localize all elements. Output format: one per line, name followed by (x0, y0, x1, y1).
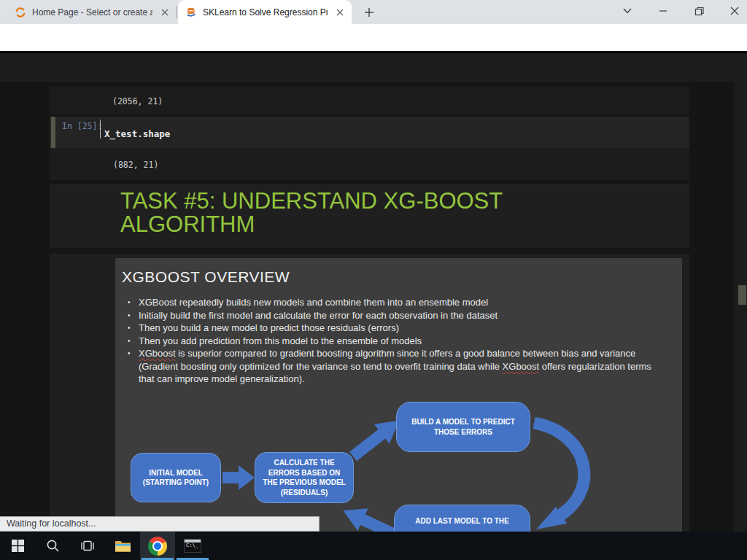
notebook-scrollbar-track[interactable] (734, 82, 747, 532)
node-calculate-errors: CALCULATE THE ERRORS BASED ON THE PREVIO… (255, 452, 354, 503)
chrome-toolbar: localhost:8888/notebooks/SKLearn%20to%20… (0, 24, 747, 51)
spinner-icon (15, 7, 26, 18)
tab-title: SKLearn to Solve Regression Prob (203, 7, 328, 18)
cell-output-text: (882, 21) (113, 160, 158, 170)
node-initial-model: INITIAL MODEL (STARTING POINT) (131, 453, 221, 502)
image-output-cell[interactable]: XGBOOST OVERVIEW XGBoost repeatedly buil… (50, 254, 689, 532)
tab-separator (177, 6, 177, 18)
restore-button[interactable] (684, 0, 713, 22)
cell-output-text: (2056, 21) (112, 96, 163, 106)
browser-tab-bar: Home Page - Select or create a n SKLearn… (0, 0, 747, 24)
tab-sklearn-notebook[interactable]: SKLearn to Solve Regression Prob (178, 0, 352, 24)
windows-taskbar: C:\_ (0, 532, 747, 560)
tab-search-icon[interactable] (613, 0, 642, 22)
xgboost-slide: XGBOOST OVERVIEW XGBoost repeatedly buil… (115, 258, 682, 532)
code-text[interactable]: X_test.shape (104, 128, 170, 139)
jupyter-icon (185, 7, 197, 18)
notebook-body: (2056, 21) In [25]: X_test.shape (882, 2… (0, 82, 747, 532)
node-add-model: ADD LAST MODEL TO THE (394, 505, 530, 532)
screen: Home Page - Select or create a n SKLearn… (0, 0, 747, 560)
close-tab-icon[interactable] (333, 6, 346, 18)
tab-home-page[interactable]: Home Page - Select or create a n (7, 0, 177, 24)
node-build-model: BUILD A MODEL TO PREDICT THOSE ERRORS (396, 402, 530, 452)
new-tab-button[interactable] (360, 4, 378, 21)
input-prompt: In [25]: (62, 121, 102, 131)
minimize-button[interactable] (649, 0, 678, 22)
tab-title: Home Page - Select or create a n (32, 7, 152, 18)
close-window-button[interactable] (720, 0, 747, 22)
task-view-icon[interactable] (70, 532, 105, 560)
markdown-cell[interactable]: TASK #5: UNDERSTAND XG-BOOST ALGORITHM (50, 184, 689, 248)
terminal-taskbar-icon[interactable]: C:\_ (175, 532, 210, 560)
file-explorer-icon[interactable] (105, 532, 140, 560)
text-cursor (100, 120, 101, 139)
start-button[interactable] (0, 532, 35, 560)
search-icon[interactable] (35, 532, 70, 560)
jupyter-menubar: File Edit View Insert Cell Kernel Widget… (0, 51, 747, 82)
task-heading: TASK #5: UNDERSTAND XG-BOOST ALGORITHM (120, 190, 543, 236)
chrome-taskbar-icon[interactable] (140, 532, 175, 560)
status-bar: Waiting for localhost... (0, 516, 320, 532)
notebook-scrollbar-thumb[interactable] (738, 285, 746, 305)
close-tab-icon[interactable] (158, 6, 171, 18)
